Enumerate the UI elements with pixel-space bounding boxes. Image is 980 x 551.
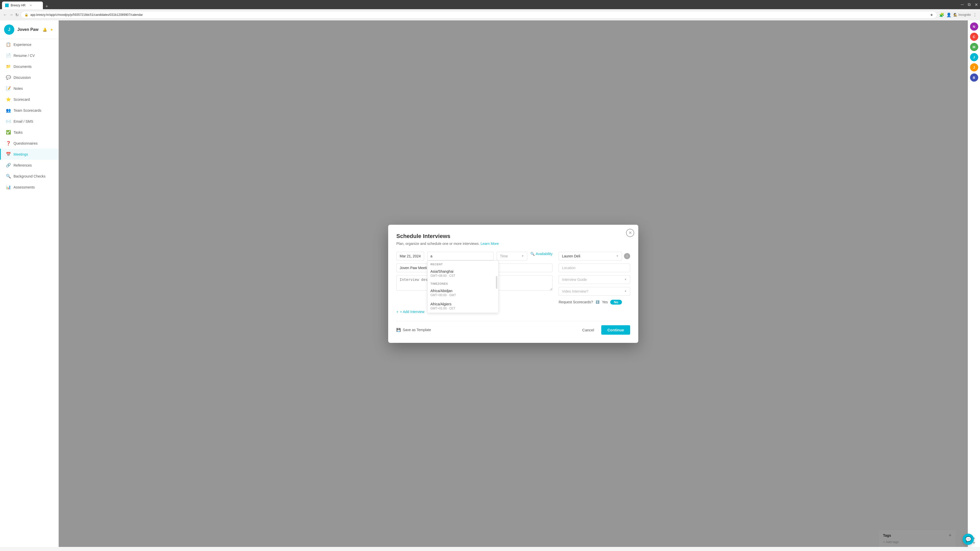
background-checks-icon: 🔍 bbox=[6, 174, 11, 179]
interviewer-chevron-icon: ▼ bbox=[616, 254, 619, 257]
address-bar[interactable]: 🔒 app.breezy.hr/app/c/moodjoy/p/59357218… bbox=[21, 11, 937, 19]
email-icon: ✉️ bbox=[6, 119, 11, 124]
sidebar-item-questionnaires[interactable]: ❓ Questionnaires bbox=[0, 138, 59, 149]
sidebar-item-meetings[interactable]: 📅 Meetings bbox=[0, 149, 59, 160]
menu-icon[interactable]: ⋮ bbox=[973, 13, 977, 17]
video-interview-select[interactable]: Video Interview? ▼ bbox=[558, 287, 630, 295]
refresh-button[interactable]: ↻ bbox=[15, 13, 19, 17]
dropdown-item-asia-shanghai[interactable]: Asia/Shanghai GMT+08:00 · CST bbox=[428, 267, 498, 280]
sidebar-nav: 📋 Experience 📄 Resume / CV 📁 Documents 💬… bbox=[0, 39, 59, 547]
right-avatar-b[interactable]: B bbox=[970, 73, 978, 82]
restore-button[interactable]: ⧉ bbox=[966, 1, 973, 8]
documents-icon: 📁 bbox=[6, 64, 11, 69]
main-content: ✕ Schedule Interviews Plan, organize and… bbox=[59, 21, 968, 547]
team-scorecards-icon: 👥 bbox=[6, 108, 11, 113]
sidebar-item-team-scorecards[interactable]: 👥 Team Scorecards bbox=[0, 105, 59, 116]
url-display: app.breezy.hr/app/c/moodjoy/p/59357218dc… bbox=[30, 13, 143, 17]
guide-chevron-icon: ▼ bbox=[624, 278, 627, 281]
sidebar-item-documents[interactable]: 📁 Documents bbox=[0, 61, 59, 72]
tab-favicon bbox=[5, 3, 9, 7]
sidebar-item-scorecard[interactable]: ⭐ Scorecard bbox=[0, 94, 59, 105]
notification-icon[interactable]: 🔔 bbox=[43, 27, 47, 32]
candidate-name: Joven Paw bbox=[18, 27, 38, 32]
back-button[interactable]: ← bbox=[3, 13, 7, 17]
modal-footer: 💾 Save as Template Cancel Continue bbox=[396, 321, 630, 335]
time-select[interactable]: Time ▼ bbox=[496, 252, 527, 260]
sidebar-item-assessments[interactable]: 📊 Assessments bbox=[0, 182, 59, 192]
time-chevron-icon: ▼ bbox=[522, 254, 524, 257]
modal-subtitle: Plan, organize and schedule one or more … bbox=[396, 241, 630, 246]
no-badge[interactable]: No bbox=[610, 300, 622, 305]
plus-icon: + bbox=[396, 310, 398, 314]
date-field[interactable]: Mar 21, 2024 bbox=[396, 252, 424, 260]
sidebar-item-references[interactable]: 🔗 References bbox=[0, 160, 59, 171]
tasks-icon: ✅ bbox=[6, 130, 11, 135]
sidebar-item-discussion[interactable]: 💬 Discussion bbox=[0, 72, 59, 83]
location-field[interactable]: Location bbox=[558, 264, 630, 272]
timezones-section-label: Timezones bbox=[428, 280, 498, 286]
references-icon: 🔗 bbox=[6, 163, 11, 168]
info-icon[interactable]: i bbox=[624, 253, 630, 259]
discussion-icon: 💬 bbox=[6, 75, 11, 80]
forward-button[interactable]: → bbox=[9, 13, 13, 17]
learn-more-link[interactable]: Learn More bbox=[480, 241, 499, 246]
cancel-button[interactable]: Cancel bbox=[578, 326, 598, 334]
save-template-button[interactable]: 💾 Save as Template bbox=[396, 328, 431, 332]
video-chevron-icon: ▼ bbox=[624, 290, 627, 292]
right-avatar-j1[interactable]: J bbox=[970, 53, 978, 61]
right-avatar-j2[interactable]: J bbox=[970, 63, 978, 71]
meetings-icon: 📅 bbox=[6, 152, 11, 157]
assessments-icon: 📊 bbox=[6, 185, 11, 189]
yes-label: Yes bbox=[602, 300, 608, 304]
close-button[interactable]: ✕ bbox=[973, 1, 980, 8]
request-scorecards-label: Request Scorecards? bbox=[558, 300, 593, 304]
sidebar-item-resume[interactable]: 📄 Resume / CV bbox=[0, 50, 59, 61]
sidebar-item-tasks[interactable]: ✅ Tasks bbox=[0, 127, 59, 138]
sidebar-item-experience[interactable]: 📋 Experience bbox=[0, 39, 59, 50]
dropdown-scrollbar bbox=[496, 276, 497, 289]
questionnaires-icon: ❓ bbox=[6, 141, 11, 146]
interview-guide-select[interactable]: Interview Guide ▼ bbox=[558, 275, 630, 284]
resume-icon: 📄 bbox=[6, 53, 11, 58]
notes-icon: 📝 bbox=[6, 86, 11, 91]
minimize-button[interactable]: ─ bbox=[959, 1, 966, 8]
dropdown-item-africa-abidjan[interactable]: Africa/Abidjan GMT+00:00 · GMT bbox=[428, 286, 498, 300]
scorecard-icon: ⭐ bbox=[6, 97, 11, 102]
extensions-icon[interactable]: 🧩 bbox=[939, 13, 944, 17]
right-avatar-n[interactable]: N bbox=[970, 22, 978, 30]
recent-section-label: Recent bbox=[428, 261, 498, 267]
active-tab[interactable]: Breezy HR ✕ bbox=[2, 2, 43, 9]
modal-close-button[interactable]: ✕ bbox=[626, 229, 634, 237]
info-scorecard-icon[interactable]: ℹ️ bbox=[596, 300, 600, 304]
schedule-interviews-modal: ✕ Schedule Interviews Plan, organize and… bbox=[388, 225, 638, 343]
experience-icon: 📋 bbox=[6, 42, 11, 47]
dropdown-item-africa-algiers[interactable]: Africa/Algiers GMT+01:00 · CET bbox=[428, 300, 498, 313]
save-icon: 💾 bbox=[396, 328, 401, 332]
modal-overlay[interactable]: ✕ Schedule Interviews Plan, organize and… bbox=[59, 21, 968, 547]
interviewer-select[interactable]: Lauren Deli ▼ bbox=[558, 252, 622, 260]
timezone-dropdown: Recent Asia/Shanghai GMT+08:00 · CST Tim… bbox=[427, 260, 499, 313]
modal-title: Schedule Interviews bbox=[396, 233, 630, 240]
right-avatar-m[interactable]: M bbox=[970, 43, 978, 51]
profile-icon[interactable]: 👤 bbox=[946, 13, 951, 17]
availability-button[interactable]: 🔍 Availability bbox=[530, 252, 552, 256]
chat-bubble-button[interactable]: 💬 bbox=[963, 534, 974, 545]
sidebar-item-notes[interactable]: 📝 Notes bbox=[0, 83, 59, 94]
tab-title: Breezy HR bbox=[11, 3, 25, 7]
right-avatar-c[interactable]: C bbox=[970, 33, 978, 41]
new-tab-button[interactable]: + bbox=[43, 4, 50, 9]
incognito-badge[interactable]: 🕵️ Incognito bbox=[953, 13, 971, 17]
timezone-search-input[interactable] bbox=[427, 252, 494, 260]
sidebar-item-email[interactable]: ✉️ Email / SMS bbox=[0, 116, 59, 127]
chat-icon: 💬 bbox=[965, 536, 972, 542]
sidebar-item-background-checks[interactable]: 🔍 Background Checks bbox=[0, 171, 59, 182]
right-panel: N C M J J B ▲ ▼ bbox=[968, 21, 980, 547]
request-scorecards-row: Request Scorecards? ℹ️ Yes No bbox=[558, 300, 630, 305]
tab-close-icon[interactable]: ✕ bbox=[30, 4, 32, 7]
search-availability-icon: 🔍 bbox=[530, 252, 535, 256]
continue-button[interactable]: Continue bbox=[601, 325, 630, 335]
candidate-avatar: J bbox=[4, 24, 14, 35]
star-icon[interactable]: ★ bbox=[50, 27, 53, 32]
